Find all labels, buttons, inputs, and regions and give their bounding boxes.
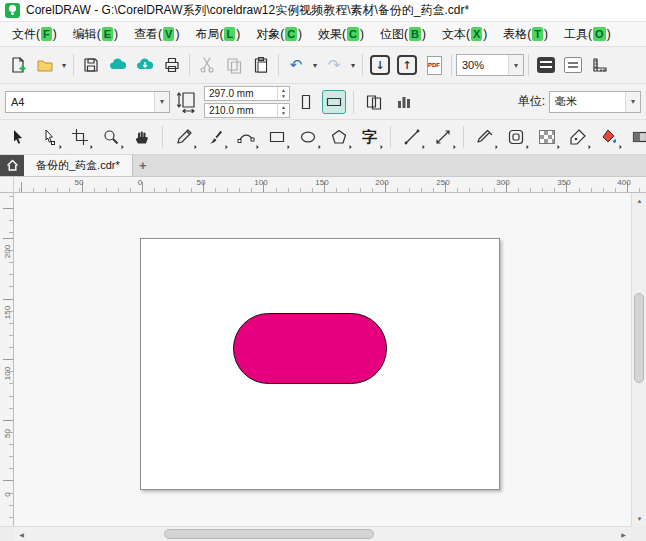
- menu-text-label: 文本(: [442, 26, 470, 43]
- vertical-scrollbar-thumb[interactable]: [634, 293, 644, 383]
- copy-button[interactable]: [221, 52, 247, 78]
- drawing-canvas[interactable]: [14, 193, 631, 526]
- active-document-tab[interactable]: 备份的_药盒.cdr*: [24, 155, 133, 176]
- color-eyedropper-tool[interactable]: [471, 124, 498, 151]
- page-width-field[interactable]: 297.0 mm ▲▼: [204, 86, 290, 101]
- menu-text[interactable]: 文本(X): [434, 24, 495, 45]
- menu-edit[interactable]: 编辑(E): [65, 24, 126, 45]
- spin-down-icon[interactable]: ▼: [278, 110, 289, 116]
- shape-tool[interactable]: [35, 124, 62, 151]
- import-button[interactable]: ↓: [367, 52, 393, 78]
- scroll-up-icon[interactable]: ▲: [632, 193, 646, 208]
- ruler-label: 300: [496, 178, 509, 187]
- menu-bitmaps[interactable]: 位图(B): [372, 24, 434, 45]
- zoom-caret-icon[interactable]: ▾: [508, 55, 523, 75]
- menu-bitmaps-label: 位图(: [380, 26, 408, 43]
- cloud-save-icon[interactable]: [105, 52, 131, 78]
- menu-table[interactable]: 表格(T): [495, 24, 556, 45]
- scroll-right-icon[interactable]: ▶: [616, 527, 631, 541]
- ruler-label: 50: [3, 424, 12, 444]
- undo-flyout-caret-icon[interactable]: ▾: [310, 61, 320, 70]
- window-title: CorelDRAW - G:\CorelDRAW系列\coreldraw12实例…: [26, 2, 469, 19]
- contour-tool[interactable]: [502, 124, 529, 151]
- menu-object[interactable]: 对象(C): [248, 24, 310, 45]
- welcome-screen-tab[interactable]: [0, 155, 24, 176]
- all-pages-layout-button[interactable]: [361, 89, 387, 115]
- rounded-rectangle-shape[interactable]: [233, 313, 387, 384]
- scroll-down-icon[interactable]: ▼: [632, 511, 646, 526]
- portrait-orientation-button[interactable]: [294, 90, 318, 114]
- cloud-open-icon[interactable]: [132, 52, 158, 78]
- full-screen-preview-button[interactable]: [533, 52, 559, 78]
- document-tab-title: 备份的_药盒.cdr*: [36, 158, 120, 173]
- line-tool[interactable]: [398, 124, 425, 151]
- menu-view-accel: V: [163, 27, 174, 41]
- horizontal-scrollbar-thumb[interactable]: [164, 529, 374, 539]
- page-size-preset-combobox[interactable]: A4 ▾: [5, 91, 170, 113]
- page-width-value: 297.0 mm: [205, 88, 277, 99]
- print-button[interactable]: [159, 52, 185, 78]
- units-combobox[interactable]: 毫米 ▾: [549, 91, 641, 113]
- crop-tool[interactable]: [66, 124, 93, 151]
- menu-tools[interactable]: 工具(O): [556, 24, 619, 45]
- polygon-tool[interactable]: [325, 124, 352, 151]
- vertical-ruler[interactable]: 200 150 100 50 0: [0, 193, 14, 526]
- freehand-tool[interactable]: [170, 124, 197, 151]
- page-width-spinner[interactable]: ▲▼: [277, 87, 289, 100]
- ruler-origin-corner[interactable]: [0, 177, 14, 193]
- current-page-layout-button[interactable]: [391, 89, 417, 115]
- new-document-tab-button[interactable]: +: [133, 155, 153, 176]
- text-tool[interactable]: 字: [356, 124, 383, 151]
- toolbar-separator: [451, 54, 452, 76]
- export-button[interactable]: ↑: [394, 52, 420, 78]
- open-document-button[interactable]: [32, 52, 58, 78]
- horizontal-scrollbar[interactable]: ◀ ▶: [14, 526, 631, 541]
- vertical-scrollbar[interactable]: ▲ ▼: [631, 193, 646, 526]
- options-button[interactable]: [587, 52, 613, 78]
- outline-pen-tool[interactable]: [564, 124, 591, 151]
- pan-tool[interactable]: [128, 124, 155, 151]
- spin-down-icon[interactable]: ▼: [278, 93, 289, 99]
- zoom-level-combobox[interactable]: 30% ▾: [456, 54, 524, 76]
- horizontal-ruler[interactable]: 50 0 50 100 150 200 250 300 350 400: [14, 177, 646, 193]
- ruler-label: 50: [75, 178, 84, 187]
- zoom-tool[interactable]: [97, 124, 124, 151]
- document-page[interactable]: [140, 238, 500, 490]
- save-button[interactable]: [78, 52, 104, 78]
- artistic-media-tool[interactable]: [201, 124, 228, 151]
- undo-button[interactable]: ↶: [283, 52, 309, 78]
- redo-flyout-caret-icon[interactable]: ▾: [348, 61, 358, 70]
- ellipse-tool[interactable]: [294, 124, 321, 151]
- rectangle-tool[interactable]: [263, 124, 290, 151]
- bezier-tool[interactable]: [232, 124, 259, 151]
- fill-tool[interactable]: [595, 124, 622, 151]
- scroll-left-icon[interactable]: ◀: [14, 527, 29, 541]
- menu-layout[interactable]: 布局(L): [187, 24, 248, 45]
- landscape-orientation-button[interactable]: [322, 90, 346, 114]
- pick-tool[interactable]: [4, 124, 31, 151]
- units-group: 单位: 毫米 ▾: [518, 91, 641, 113]
- menu-file-label: 文件(: [12, 26, 40, 43]
- redo-button[interactable]: ↷: [321, 52, 347, 78]
- publish-to-pdf-button[interactable]: PDF: [421, 52, 447, 78]
- paste-button[interactable]: [248, 52, 274, 78]
- units-caret-icon[interactable]: ▾: [625, 92, 640, 112]
- coreldraw-window: CorelDRAW - G:\CorelDRAW系列\coreldraw12实例…: [0, 0, 646, 541]
- menu-effects[interactable]: 效果(C): [310, 24, 372, 45]
- menu-file[interactable]: 文件(F): [4, 24, 65, 45]
- open-flyout-caret-icon[interactable]: ▾: [59, 61, 69, 70]
- toolbox-separator: [162, 126, 163, 148]
- interactive-fill-tool[interactable]: [626, 124, 646, 151]
- new-document-button[interactable]: [5, 52, 31, 78]
- page-height-field[interactable]: 210.0 mm ▲▼: [204, 103, 290, 118]
- page-height-spinner[interactable]: ▲▼: [277, 104, 289, 117]
- transparency-tool[interactable]: [533, 124, 560, 151]
- ruler-label: 100: [254, 178, 267, 187]
- page-size-caret-icon[interactable]: ▾: [154, 92, 169, 112]
- dimension-tool[interactable]: [429, 124, 456, 151]
- menu-view-label: 查看(: [134, 26, 162, 43]
- menu-tools-label: 工具(: [564, 26, 592, 43]
- menu-view[interactable]: 查看(V): [126, 24, 187, 45]
- show-rulers-button[interactable]: [560, 52, 586, 78]
- cut-button[interactable]: [194, 52, 220, 78]
